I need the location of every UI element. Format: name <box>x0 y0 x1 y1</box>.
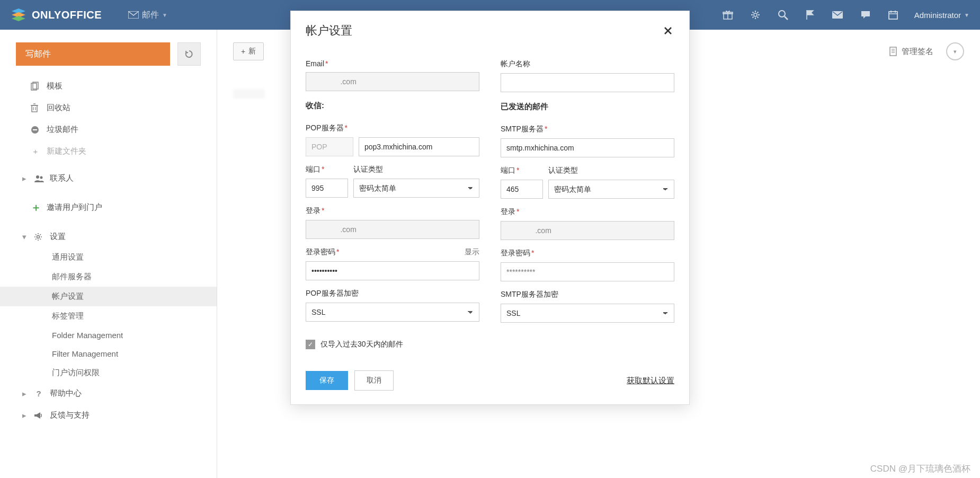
mail-icon[interactable] <box>832 11 843 19</box>
checkbox-icon[interactable]: ✓ <box>306 340 315 349</box>
compose-button[interactable]: 写邮件 <box>16 42 170 66</box>
sidebar-item-label: 回收站 <box>47 103 70 113</box>
modal-close-button[interactable] <box>662 24 674 37</box>
smtp-login-input[interactable] <box>501 221 674 240</box>
plus-icon: + <box>31 147 40 156</box>
pop-password-input[interactable] <box>306 261 479 280</box>
sidebar-item-label: 模板 <box>47 81 63 91</box>
sidebar-item-label: 新建文件夹 <box>47 146 86 156</box>
settings-sub-portal-access[interactable]: 门户访问权限 <box>0 363 217 383</box>
settings-sub-folder-management[interactable]: Folder Management <box>0 326 217 344</box>
gear-icon <box>34 233 43 241</box>
topbar-icons <box>723 10 898 20</box>
logo-area[interactable]: ONLYOFFICE <box>11 8 102 22</box>
megaphone-icon <box>34 412 43 419</box>
refresh-button[interactable] <box>177 42 201 66</box>
user-menu[interactable]: Administrator ▼ <box>914 11 969 20</box>
pop-port-input[interactable] <box>306 179 348 198</box>
sidebar-item-feedback[interactable]: ▸ 反馈与支持 <box>0 404 217 426</box>
toolbar-settings-button[interactable]: ▾ <box>946 42 964 60</box>
smtp-server-input[interactable] <box>501 138 674 157</box>
pop-server-label: POP服务器* <box>306 123 479 133</box>
trash-icon <box>31 103 40 112</box>
chevron-down-icon: ▼ <box>964 12 969 18</box>
pop-login-input[interactable] <box>306 220 479 239</box>
sidebar-item-new-folder[interactable]: + 新建文件夹 <box>0 140 217 162</box>
module-selector[interactable]: 邮件 ▼ <box>128 10 167 21</box>
pop-server-input[interactable] <box>359 137 479 156</box>
pop-port-label: 端口* <box>306 165 348 174</box>
import-30days-row[interactable]: ✓ 仅导入过去30天内的邮件 <box>306 340 674 349</box>
svg-point-5 <box>779 11 785 17</box>
sidebar-item-invite[interactable]: ＋ 邀请用户到门户 <box>0 194 217 220</box>
sidebar-item-spam[interactable]: 垃圾邮件 <box>0 119 217 140</box>
chat-icon[interactable] <box>860 10 871 20</box>
search-icon[interactable] <box>778 10 788 20</box>
sidebar-item-label: 设置 <box>50 232 66 242</box>
refresh-icon <box>184 49 194 59</box>
smtp-server-label: SMTP服务器* <box>501 125 674 134</box>
plus-icon: + <box>241 47 245 56</box>
smtp-port-input[interactable] <box>501 180 543 199</box>
pop-encryption-select[interactable]: SSL <box>306 303 479 322</box>
caret-right-icon: ▸ <box>22 389 28 399</box>
pop-encryption-label: POP服务器加密 <box>306 289 479 298</box>
manage-signature-link[interactable]: 管理签名 <box>889 47 933 57</box>
new-button-text: 新 <box>248 47 256 56</box>
smtp-login-label: 登录* <box>501 207 674 217</box>
svg-rect-8 <box>889 12 897 19</box>
modal-title: 帐户设置 <box>306 23 662 39</box>
document-icon <box>889 47 897 56</box>
pop-login-label: 登录* <box>306 206 479 216</box>
settings-sub-mail-server[interactable]: 邮件服务器 <box>0 267 217 287</box>
pop-auth-select[interactable]: 密码太简单 <box>353 179 479 198</box>
svg-rect-24 <box>890 47 896 56</box>
svg-point-22 <box>40 176 43 179</box>
account-settings-modal: 帐户设置 Email* 收信: POP服务器* POP <box>290 11 690 405</box>
gift-icon[interactable] <box>723 10 733 20</box>
cancel-button[interactable]: 取消 <box>354 370 394 391</box>
show-password-link[interactable]: 显示 <box>465 247 479 257</box>
smtp-encryption-select[interactable]: SSL <box>501 304 674 323</box>
sidebar-item-help[interactable]: ▸ ? 帮助中心 <box>0 383 217 404</box>
sidebar-item-label: 邀请用户到门户 <box>47 202 102 213</box>
sidebar-item-label: 垃圾邮件 <box>47 125 78 135</box>
sidebar-item-trash[interactable]: 回收站 <box>0 97 217 119</box>
chevron-down-icon: ▼ <box>162 12 167 18</box>
settings-sub-tags[interactable]: 标签管理 <box>0 306 217 326</box>
calendar-icon[interactable] <box>888 10 898 20</box>
smtp-auth-select[interactable]: 密码太简单 <box>548 180 674 199</box>
svg-point-21 <box>36 175 39 179</box>
user-name: Administrator <box>914 11 961 20</box>
sidebar-item-settings[interactable]: ▾ 设置 <box>0 226 217 247</box>
smtp-port-label: 端口* <box>501 166 543 175</box>
modal-header: 帐户设置 <box>291 11 689 49</box>
modal-footer: 保存 取消 获取默认设置 <box>291 362 689 404</box>
protocol-select[interactable]: POP <box>306 137 353 156</box>
account-name-input[interactable] <box>501 73 674 92</box>
save-button[interactable]: 保存 <box>306 371 348 390</box>
smtp-encryption-label: SMTP服务器加密 <box>501 290 674 299</box>
get-default-link[interactable]: 获取默认设置 <box>627 376 674 386</box>
question-icon: ? <box>34 389 43 398</box>
sidebar-item-contacts[interactable]: ▸ 联系人 <box>0 167 217 189</box>
email-input[interactable] <box>306 72 479 91</box>
settings-sub-account[interactable]: 帐户设置 <box>0 287 217 306</box>
compose-label: 写邮件 <box>25 49 51 60</box>
copy-icon <box>31 82 40 91</box>
settings-sub-general[interactable]: 通用设置 <box>0 247 217 267</box>
smtp-password-input[interactable] <box>501 262 674 281</box>
manage-signature-text: 管理签名 <box>902 47 933 57</box>
new-button[interactable]: + 新 <box>233 42 264 60</box>
svg-rect-14 <box>32 105 37 112</box>
close-icon <box>664 26 672 35</box>
sidebar-item-label: 联系人 <box>50 173 74 183</box>
caret-right-icon: ▸ <box>22 174 28 183</box>
sidebar-item-templates[interactable]: 模板 <box>0 75 217 97</box>
sidebar-item-label: 反馈与支持 <box>50 410 90 420</box>
svg-point-4 <box>754 13 757 16</box>
flag-icon[interactable] <box>805 10 815 20</box>
gear-icon[interactable] <box>750 10 761 20</box>
email-label: Email* <box>306 59 479 68</box>
settings-sub-filter-management[interactable]: Filter Management <box>0 344 217 363</box>
